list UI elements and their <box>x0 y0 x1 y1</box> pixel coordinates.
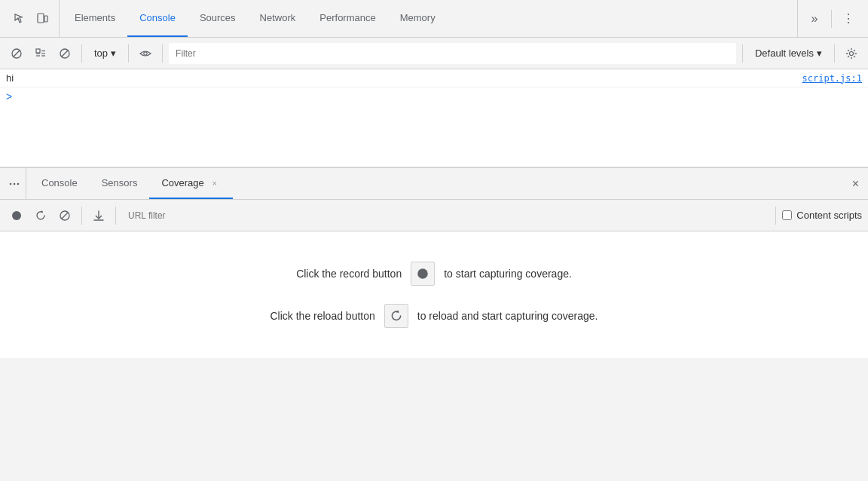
devtools-menu-button[interactable]: ⋮ <box>838 8 859 29</box>
drawer-tab-close-coverage[interactable]: × <box>209 177 221 189</box>
content-scripts-checkbox[interactable] <box>782 210 792 220</box>
svg-rect-0 <box>38 14 44 23</box>
eye-icon[interactable] <box>135 43 156 64</box>
coverage-record-button[interactable] <box>6 205 27 226</box>
console-log-line: hi script.js:1 <box>0 69 868 87</box>
drawer-tab-console[interactable]: Console <box>29 168 90 199</box>
toolbar-divider-1 <box>81 44 82 63</box>
divider <box>831 10 832 28</box>
tab-network[interactable]: Network <box>248 0 308 37</box>
coverage-reload-button[interactable] <box>30 205 51 226</box>
coverage-toolbar-divider1 <box>81 207 82 225</box>
top-tabs: Elements Console Sources Network Perform… <box>63 0 797 37</box>
tab-sources[interactable]: Sources <box>188 0 248 37</box>
context-selector[interactable]: top ▾ <box>88 46 122 60</box>
svg-point-22 <box>417 268 428 279</box>
coverage-record-inline-icon <box>411 262 435 286</box>
svg-line-3 <box>14 50 20 56</box>
svg-line-19 <box>62 212 68 218</box>
coverage-export-button[interactable] <box>88 205 109 226</box>
top-tabbar-icons <box>3 0 60 37</box>
console-filter-input[interactable] <box>169 43 736 64</box>
drawer: Console Sensors Coverage × × <box>0 167 868 358</box>
coverage-toolbar: Content scripts <box>0 200 868 231</box>
coverage-toolbar-divider3 <box>775 207 776 225</box>
inspect-element-icon[interactable] <box>9 8 30 29</box>
drawer-more-icon[interactable] <box>3 168 26 199</box>
console-settings-button[interactable] <box>841 43 862 64</box>
drawer-close-button[interactable]: × <box>846 168 865 199</box>
prompt-chevron: > <box>6 90 12 103</box>
content-scripts-label[interactable]: Content scripts <box>782 210 862 221</box>
coverage-hint-record: Click the record button to start capturi… <box>296 262 572 286</box>
drawer-tabs: Console Sensors Coverage × <box>29 168 846 199</box>
coverage-empty-state: Click the record button to start capturi… <box>0 231 868 358</box>
console-log-text: hi <box>6 72 14 84</box>
svg-rect-4 <box>36 49 40 53</box>
tab-elements[interactable]: Elements <box>63 0 127 37</box>
console-toolbar: top ▾ Default levels ▾ <box>0 38 868 69</box>
coverage-clear-button[interactable] <box>54 205 75 226</box>
console-content: hi script.js:1 > <box>0 69 868 167</box>
url-filter-input[interactable] <box>122 205 769 226</box>
coverage-reload-inline-icon <box>384 304 408 328</box>
drawer-tab-coverage[interactable]: Coverage × <box>149 168 232 199</box>
svg-line-11 <box>62 50 68 56</box>
toolbar-divider-3 <box>162 44 163 63</box>
svg-point-16 <box>17 182 20 185</box>
toolbar-divider-5 <box>834 44 835 63</box>
tab-memory[interactable]: Memory <box>388 0 448 37</box>
clear-console-button[interactable] <box>6 43 27 64</box>
coverage-hint-reload: Click the reload button to reload and st… <box>270 304 598 328</box>
no-errors-button[interactable] <box>54 43 75 64</box>
log-levels-selector[interactable]: Default levels ▾ <box>749 46 828 60</box>
toolbar-divider-4 <box>742 44 743 63</box>
svg-rect-1 <box>44 16 47 22</box>
tab-console[interactable]: Console <box>127 0 188 37</box>
tab-performance[interactable]: Performance <box>307 0 387 37</box>
more-tabs-button[interactable]: » <box>804 8 825 29</box>
svg-point-12 <box>144 51 147 54</box>
svg-point-15 <box>14 182 16 185</box>
svg-point-17 <box>12 211 21 220</box>
navigate-up-button[interactable] <box>30 43 51 64</box>
drawer-tab-sensors[interactable]: Sensors <box>90 168 150 199</box>
console-log-source[interactable]: script.js:1 <box>802 73 862 84</box>
drawer-tabbar: Console Sensors Coverage × × <box>0 168 868 200</box>
toolbar-divider-2 <box>128 44 129 63</box>
device-toolbar-icon[interactable] <box>32 8 53 29</box>
svg-point-14 <box>10 182 12 185</box>
coverage-toolbar-divider2 <box>115 207 116 225</box>
top-tabbar: Elements Console Sources Network Perform… <box>0 0 868 38</box>
console-prompt[interactable]: > <box>0 87 868 106</box>
top-tabbar-more: » ⋮ <box>797 0 865 37</box>
svg-point-13 <box>850 51 854 55</box>
